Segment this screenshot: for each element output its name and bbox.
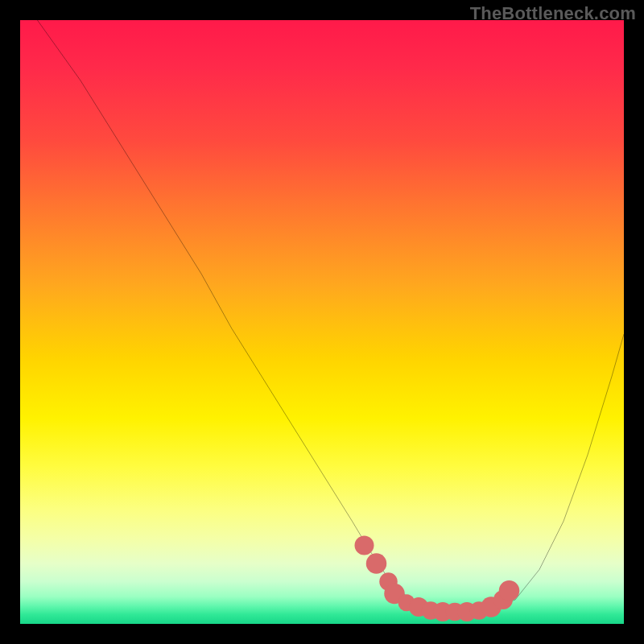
marker-dot [499,580,520,601]
marker-layer [20,20,624,624]
chart-frame: TheBottleneck.com [0,0,644,644]
plot-area [20,20,624,624]
watermark-text: TheBottleneck.com [470,3,636,24]
marker-dot [366,553,387,574]
marker-dot [355,536,374,555]
